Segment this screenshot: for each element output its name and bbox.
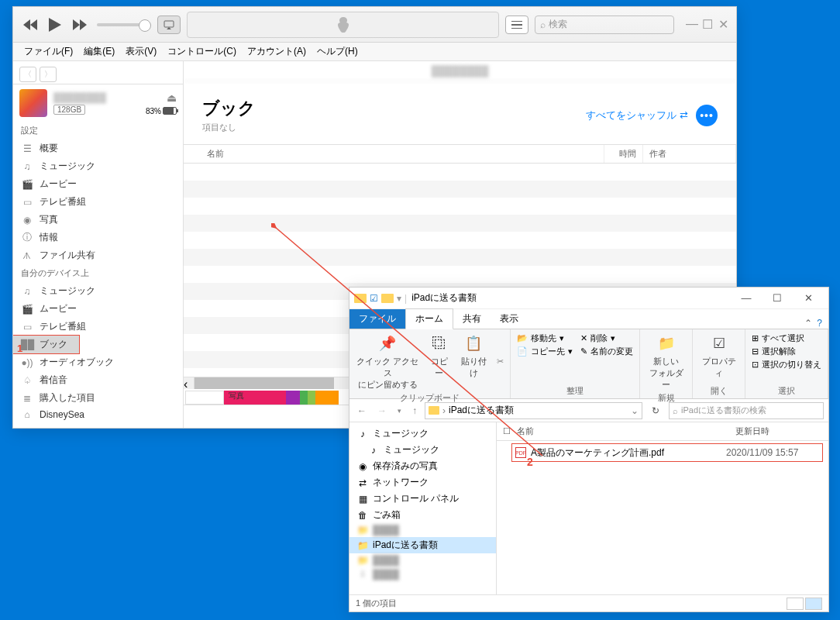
menu-view[interactable]: 表示(V) [121, 43, 161, 60]
pin-button[interactable]: 📌 クイック アクセス にピン留めする [356, 332, 420, 391]
sidebar-item-device-5[interactable]: ♤着信音 [13, 371, 183, 389]
sidebar-item-device-4[interactable]: ●))オーディオブック [13, 353, 183, 371]
tree-icon: ♪ [357, 429, 368, 439]
volume-slider[interactable] [97, 23, 151, 26]
address-bar[interactable]: › iPadに送る書類 ⌄ [425, 402, 642, 419]
prev-button[interactable] [19, 14, 41, 36]
nav-back[interactable]: ← [354, 405, 370, 416]
tree-icon: ▦ [357, 494, 368, 505]
sidebar-item-device-6[interactable]: ≣購入した項目 [13, 389, 183, 407]
select-all-checkbox[interactable]: ☐ [503, 426, 517, 436]
folder-tree[interactable]: ♪ミュージック♪ミュージック◉保存済みの写真⇄ネットワーク▦コントロール パネル… [349, 422, 497, 594]
tree-item-2[interactable]: ◉保存済みの写真 [349, 458, 496, 474]
sidebar-item-device-2[interactable]: ▭テレビ番組 [13, 318, 183, 336]
sidebar-item-device-3[interactable]: ▉▉ブック [13, 336, 79, 353]
tab-home[interactable]: ホーム [405, 308, 453, 329]
close-button[interactable]: ✕ [716, 17, 730, 32]
minimize-button[interactable]: — [731, 288, 762, 309]
col-author[interactable]: 作者 [643, 145, 736, 163]
menu-help[interactable]: ヘルプ(H) [312, 43, 363, 60]
explorer-titlebar[interactable]: ☑ ▾ | iPadに送る書類 — ☐ ✕ [349, 288, 828, 309]
col-time[interactable]: 時間 [604, 145, 643, 163]
sidebar-item-device-0[interactable]: ♫ミュージック [13, 282, 183, 300]
list-view-button[interactable] [505, 16, 528, 34]
back-button[interactable]: 〈 [19, 67, 36, 82]
sidebar-item-settings-2[interactable]: 🎬ムービー [13, 175, 183, 193]
close-button[interactable]: ✕ [793, 288, 824, 309]
ribbon-collapse-icon[interactable]: ⌃ [804, 318, 812, 329]
svg-rect-0 [164, 21, 174, 27]
menu-control[interactable]: コントロール(C) [163, 43, 241, 60]
help-icon[interactable]: ? [817, 318, 822, 329]
ribbon: 📌 クイック アクセス にピン留めする ⿻ コピー 📋 貼り付け ✂ クリップボ… [349, 329, 828, 399]
col-name[interactable]: 名前 [517, 425, 735, 437]
view-icons-button[interactable] [805, 598, 822, 610]
sidebar-item-settings-6[interactable]: ⩚ファイル共有 [13, 246, 183, 264]
search-input[interactable]: ⌕ 検索 [535, 16, 674, 34]
content-header: ████████ [184, 61, 736, 81]
more-button[interactable]: ••• [696, 105, 718, 126]
explorer-search[interactable]: ⌕ iPadに送る書類の検索 [669, 402, 824, 419]
sidebar-item-settings-3[interactable]: ▭テレビ番組 [13, 193, 183, 211]
tree-item-7[interactable]: 📁iPadに送る書類 [349, 537, 496, 553]
sidebar-item-settings-4[interactable]: ◉写真 [13, 211, 183, 229]
tab-share[interactable]: 共有 [453, 309, 491, 329]
sidebar-header-settings: 設定 [13, 122, 183, 140]
select-all-button[interactable]: ⊞ すべて選択 [752, 332, 821, 344]
sidebar-item-settings-0[interactable]: ☰概要 [13, 140, 183, 157]
tab-file[interactable]: ファイル [349, 309, 405, 329]
tree-item-0[interactable]: ♪ミュージック [349, 425, 496, 442]
tree-item-1[interactable]: ♪ミュージック [349, 442, 496, 458]
menu-edit[interactable]: 編集(E) [79, 43, 119, 60]
sidebar-item-settings-1[interactable]: ♫ミュージック [13, 157, 183, 175]
delete-button[interactable]: ✕ 削除 ▾ [580, 332, 633, 344]
explorer-window: ☑ ▾ | iPadに送る書類 — ☐ ✕ ファイル ホーム 共有 表示 ⌃ ?… [349, 287, 829, 612]
tree-item-3[interactable]: ⇄ネットワーク [349, 474, 496, 491]
nav-up[interactable]: ↑ [409, 405, 420, 416]
tree-item-6[interactable]: 📁████ [349, 523, 496, 537]
nav-forward[interactable]: → [374, 405, 390, 416]
checkmark-icon: ☑ [370, 293, 378, 304]
properties-button[interactable]: ☑ プロパティ [699, 332, 738, 379]
play-button[interactable] [44, 14, 66, 36]
tree-icon: 📁 [357, 525, 368, 536]
select-none-button[interactable]: ⊟ 選択解除 [752, 346, 821, 357]
nav-recent[interactable]: ▾ [394, 407, 405, 415]
sidebar-item-settings-5[interactable]: ⓘ情報 [13, 229, 183, 246]
menu-account[interactable]: アカウント(A) [243, 43, 311, 60]
view-details-button[interactable] [787, 598, 804, 610]
new-folder-button[interactable]: 📁 新しい フォルダー [646, 332, 686, 391]
minimize-button[interactable]: — [685, 17, 699, 32]
sidebar-icon: ♫ [21, 161, 33, 172]
maximize-button[interactable]: ☐ [701, 17, 714, 32]
sidebar-item-device-1[interactable]: 🎬ムービー [13, 300, 183, 318]
menu-file[interactable]: ファイル(F) [19, 43, 77, 60]
refresh-button[interactable]: ↻ [647, 405, 664, 416]
maximize-button[interactable]: ☐ [762, 288, 793, 309]
paste-button[interactable]: 📋 貼り付け [458, 332, 489, 379]
shuffle-all-button[interactable]: すべてをシャッフル ⇄ [586, 108, 688, 122]
sidebar-item-device-7[interactable]: ⌂DisneySea [13, 407, 183, 422]
select-invert-button[interactable]: ⊡ 選択の切り替え [752, 359, 821, 370]
tree-item-5[interactable]: 🗑ごみ箱 [349, 507, 496, 523]
shuffle-icon: ⇄ [680, 109, 688, 121]
forward-button[interactable]: 〉 [40, 67, 57, 82]
tree-item-8[interactable]: 📁████ [349, 553, 496, 567]
airplay-button[interactable] [157, 16, 181, 34]
col-name[interactable]: 名前 [184, 145, 604, 163]
file-row[interactable]: PDF A製品のマーケティング計画.pdf 2020/11/09 15:57 [512, 444, 822, 461]
col-date[interactable]: 更新日時 [735, 425, 828, 437]
eject-button[interactable]: ⏏ [167, 91, 177, 104]
device-row[interactable]: ████████ 128GB ⏏ 83% [13, 84, 183, 122]
move-to-button[interactable]: 📂 移動先 ▾ [517, 332, 573, 344]
tab-view[interactable]: 表示 [491, 309, 528, 329]
folder-icon [381, 294, 394, 303]
tree-item-9[interactable]: ⇩████ [349, 567, 496, 581]
sidebar-icon: ≣ [21, 393, 33, 404]
next-button[interactable] [69, 14, 91, 36]
tree-item-4[interactable]: ▦コントロール パネル [349, 491, 496, 507]
sidebar-icon: ▭ [21, 197, 33, 208]
copy-button[interactable]: ⿻ コピー [428, 332, 451, 379]
rename-button[interactable]: ✎ 名前の変更 [580, 346, 633, 357]
copy-to-button[interactable]: 📄 コピー先 ▾ [517, 346, 573, 357]
